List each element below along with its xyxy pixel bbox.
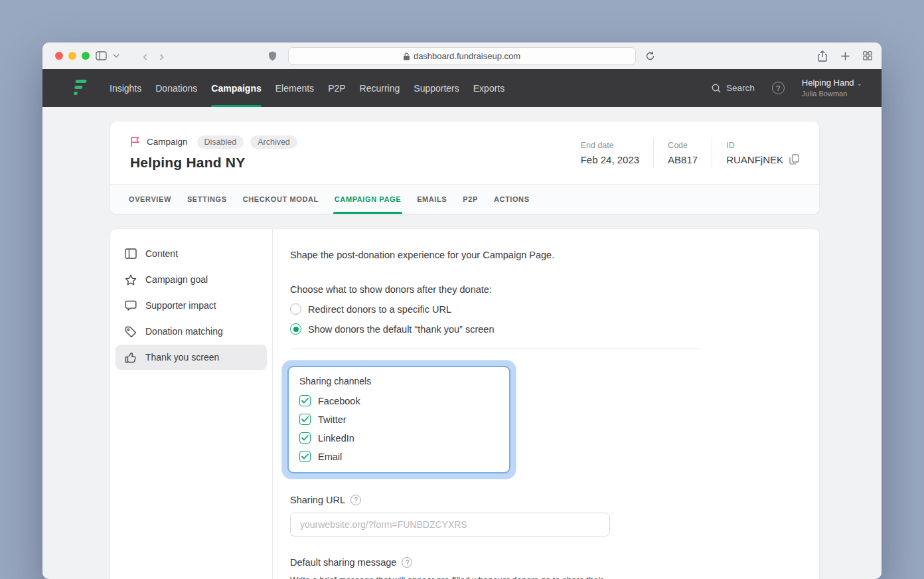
copy-icon[interactable] (789, 154, 799, 165)
meta-value: AB817 (668, 154, 698, 165)
close-window-button[interactable] (55, 52, 63, 60)
radio-label: Redirect donors to a specific URL (308, 304, 451, 315)
checkbox-label: Twitter (318, 414, 346, 425)
default-message-label-row: Default sharing message ? (290, 557, 819, 568)
campaign-meta-line: Campaign Disabled Archived (130, 135, 297, 149)
divider (290, 349, 700, 349)
checkbox-linkedin[interactable]: LinkedIn (299, 432, 499, 444)
page-title: Helping Hand NY (130, 155, 297, 171)
radio-selected-icon[interactable] (290, 323, 301, 335)
chevron-down-icon[interactable] (113, 42, 119, 69)
radio-icon[interactable] (290, 303, 301, 315)
sidebar-item-thank-you-screen[interactable]: Thank you screen (116, 345, 267, 370)
sidebar-toggle-icon[interactable] (96, 42, 107, 69)
checkbox-label: LinkedIn (318, 433, 354, 444)
sidebar-item-label: Campaign goal (145, 274, 208, 285)
browser-window: ‹ › dashboard.fundraiseup.com (42, 42, 882, 579)
search-icon (712, 84, 721, 93)
forward-button[interactable]: › (159, 42, 164, 69)
zoom-window-button[interactable] (82, 52, 90, 60)
campaign-meta-panel: End date Feb 24, 2023 Code AB817 ID (581, 137, 799, 168)
sidebar-item-content[interactable]: Content (116, 241, 267, 266)
choose-label: Choose what to show donors after they do… (290, 284, 819, 295)
address-url: dashboard.fundraiseup.com (414, 51, 520, 61)
checkbox-checked-icon[interactable] (299, 451, 311, 462)
tab-actions[interactable]: ACTIONS (494, 185, 530, 214)
thank-you-screen-panel: Shape the post-donation experience for y… (273, 229, 819, 579)
radio-label: Show donors the default “thank you” scre… (308, 324, 495, 335)
nav-item-supporters[interactable]: Supporters (414, 69, 459, 107)
primary-nav: Insights Donations Campaigns Elements P2… (110, 69, 504, 107)
divider (712, 137, 712, 168)
radio-default-thank-you[interactable]: Show donors the default “thank you” scre… (290, 323, 819, 335)
star-icon (125, 274, 137, 286)
campaign-summary-row: Campaign Disabled Archived Helping Hand … (110, 122, 819, 184)
tab-overview[interactable]: OVERVIEW (129, 185, 171, 214)
tab-checkout-modal[interactable]: CHECKOUT MODAL (243, 185, 319, 214)
sidebar-item-label: Content (145, 248, 178, 259)
navbar-right: Search ? Helping Hand⌄ Julia Bowman (712, 69, 862, 107)
shield-icon[interactable] (268, 42, 277, 69)
sidebar-item-label: Donation matching (145, 326, 223, 337)
content-icon (125, 248, 137, 259)
checkbox-email[interactable]: Email (299, 451, 499, 462)
default-message-help-icon[interactable]: ? (402, 557, 412, 568)
reload-icon[interactable] (645, 42, 655, 69)
meta-end-date: End date Feb 24, 2023 (581, 141, 639, 165)
nav-item-donations[interactable]: Donations (155, 69, 197, 107)
sidebar-item-campaign-goal[interactable]: Campaign goal (116, 267, 267, 292)
meta-label: Code (668, 141, 698, 150)
new-tab-icon[interactable] (841, 42, 850, 69)
campaign-page-card: Content Campaign goal Supporter impact (110, 228, 820, 579)
tab-campaign-page[interactable]: CAMPAIGN PAGE (335, 185, 401, 214)
nav-item-elements[interactable]: Elements (275, 69, 314, 107)
campaign-kind-label: Campaign (147, 137, 188, 147)
search-label: Search (726, 83, 755, 93)
back-button[interactable]: ‹ (143, 42, 147, 69)
status-badge-disabled: Disabled (197, 135, 244, 149)
browser-toolbar: ‹ › dashboard.fundraiseup.com (42, 42, 882, 69)
page-content: Campaign Disabled Archived Helping Hand … (42, 107, 882, 579)
sidebar-item-label: Supporter impact (145, 300, 216, 311)
checkbox-facebook[interactable]: Facebook (299, 395, 499, 406)
radio-redirect-url[interactable]: Redirect donors to a specific URL (290, 303, 819, 315)
meta-value: Feb 24, 2023 (581, 154, 639, 165)
address-bar[interactable]: dashboard.fundraiseup.com (288, 47, 636, 65)
meta-label: End date (581, 141, 639, 150)
nav-item-campaigns[interactable]: Campaigns (211, 69, 261, 107)
status-badge-archived: Archived (250, 135, 297, 149)
sharing-url-help-icon[interactable]: ? (350, 495, 361, 505)
fundraiseup-logo-icon[interactable] (73, 79, 88, 97)
checkbox-checked-icon[interactable] (299, 432, 311, 444)
checkbox-checked-icon[interactable] (299, 395, 311, 406)
search-button[interactable]: Search (712, 83, 755, 93)
sharing-url-label-row: Sharing URL ? (290, 495, 819, 505)
campaign-id-value: RUANFjNEK (726, 154, 783, 165)
sidebar-item-donation-matching[interactable]: Donation matching (116, 319, 267, 344)
account-menu[interactable]: Helping Hand⌄ Julia Bowman (802, 78, 862, 98)
checkbox-checked-icon[interactable] (299, 414, 311, 425)
tab-emails[interactable]: EMAILS (417, 185, 447, 214)
nav-item-p2p[interactable]: P2P (328, 69, 345, 107)
chevron-down-icon: ⌄ (857, 80, 862, 87)
meta-value: RUANFjNEK (726, 154, 799, 165)
checkbox-twitter[interactable]: Twitter (299, 414, 499, 425)
speech-bubble-icon (125, 300, 137, 311)
sidebar-item-supporter-impact[interactable]: Supporter impact (116, 293, 267, 318)
tab-overview-icon[interactable] (863, 42, 872, 69)
window-controls (55, 52, 90, 60)
sharing-url-input[interactable] (290, 513, 610, 537)
nav-item-exports[interactable]: Exports (473, 69, 504, 107)
minimize-window-button[interactable] (68, 52, 76, 60)
lock-icon (404, 52, 410, 60)
share-icon[interactable] (818, 42, 827, 69)
account-user: Julia Bowman (802, 89, 862, 98)
sharing-channels-title: Sharing channels (299, 376, 499, 386)
tab-settings[interactable]: SETTINGS (187, 185, 227, 214)
campaign-identity: Campaign Disabled Archived Helping Hand … (130, 135, 297, 171)
nav-item-recurring[interactable]: Recurring (360, 69, 400, 107)
tab-p2p[interactable]: P2P (463, 185, 478, 214)
nav-item-insights[interactable]: Insights (110, 69, 141, 107)
divider (653, 137, 654, 168)
help-icon[interactable]: ? (772, 82, 785, 94)
